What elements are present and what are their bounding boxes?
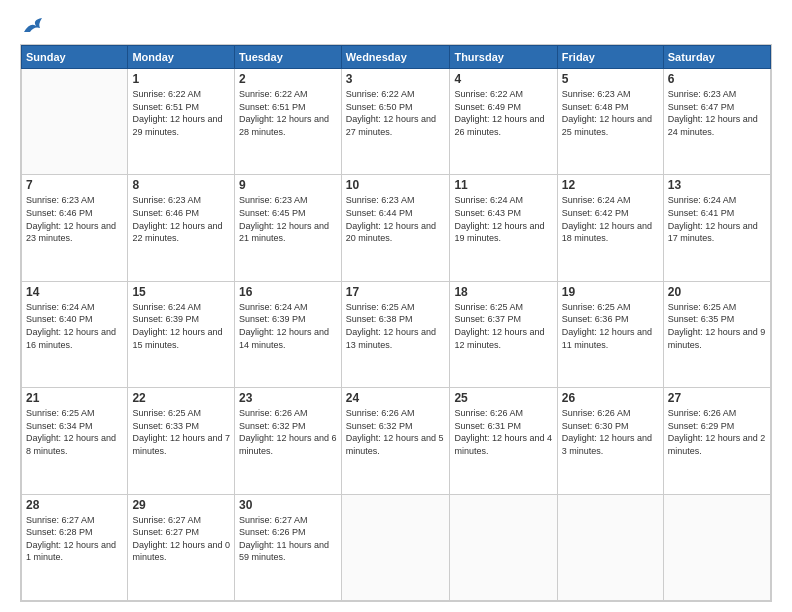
calendar-cell: 22Sunrise: 6:25 AMSunset: 6:33 PMDayligh…: [128, 388, 235, 494]
cell-info: Sunrise: 6:25 AMSunset: 6:37 PMDaylight:…: [454, 301, 552, 351]
calendar-cell: 20Sunrise: 6:25 AMSunset: 6:35 PMDayligh…: [663, 281, 770, 387]
day-number: 27: [668, 391, 766, 405]
calendar-cell: [557, 494, 663, 600]
calendar-cell: [663, 494, 770, 600]
col-header-friday: Friday: [557, 46, 663, 69]
cell-info: Sunrise: 6:27 AMSunset: 6:27 PMDaylight:…: [132, 514, 230, 564]
cell-info: Sunrise: 6:26 AMSunset: 6:29 PMDaylight:…: [668, 407, 766, 457]
calendar-cell: 26Sunrise: 6:26 AMSunset: 6:30 PMDayligh…: [557, 388, 663, 494]
calendar-cell: [22, 69, 128, 175]
cell-info: Sunrise: 6:24 AMSunset: 6:43 PMDaylight:…: [454, 194, 552, 244]
calendar-cell: 23Sunrise: 6:26 AMSunset: 6:32 PMDayligh…: [235, 388, 342, 494]
logo-bird-icon: [22, 18, 44, 36]
calendar-cell: 12Sunrise: 6:24 AMSunset: 6:42 PMDayligh…: [557, 175, 663, 281]
col-header-thursday: Thursday: [450, 46, 557, 69]
day-number: 23: [239, 391, 337, 405]
cell-info: Sunrise: 6:25 AMSunset: 6:34 PMDaylight:…: [26, 407, 123, 457]
day-number: 9: [239, 178, 337, 192]
calendar-cell: [450, 494, 557, 600]
cell-info: Sunrise: 6:27 AMSunset: 6:28 PMDaylight:…: [26, 514, 123, 564]
day-number: 14: [26, 285, 123, 299]
day-number: 10: [346, 178, 446, 192]
calendar-cell: 3Sunrise: 6:22 AMSunset: 6:50 PMDaylight…: [341, 69, 450, 175]
col-header-saturday: Saturday: [663, 46, 770, 69]
calendar-cell: 27Sunrise: 6:26 AMSunset: 6:29 PMDayligh…: [663, 388, 770, 494]
day-number: 1: [132, 72, 230, 86]
cell-info: Sunrise: 6:26 AMSunset: 6:32 PMDaylight:…: [239, 407, 337, 457]
day-number: 3: [346, 72, 446, 86]
cell-info: Sunrise: 6:22 AMSunset: 6:49 PMDaylight:…: [454, 88, 552, 138]
cell-info: Sunrise: 6:22 AMSunset: 6:51 PMDaylight:…: [132, 88, 230, 138]
calendar: SundayMondayTuesdayWednesdayThursdayFrid…: [20, 44, 772, 602]
day-number: 22: [132, 391, 230, 405]
calendar-cell: 11Sunrise: 6:24 AMSunset: 6:43 PMDayligh…: [450, 175, 557, 281]
day-number: 2: [239, 72, 337, 86]
day-number: 28: [26, 498, 123, 512]
day-number: 20: [668, 285, 766, 299]
col-header-tuesday: Tuesday: [235, 46, 342, 69]
cell-info: Sunrise: 6:23 AMSunset: 6:46 PMDaylight:…: [132, 194, 230, 244]
calendar-cell: 19Sunrise: 6:25 AMSunset: 6:36 PMDayligh…: [557, 281, 663, 387]
logo: [20, 18, 44, 36]
day-number: 7: [26, 178, 123, 192]
header: [20, 18, 772, 36]
day-number: 30: [239, 498, 337, 512]
col-header-sunday: Sunday: [22, 46, 128, 69]
calendar-cell: 25Sunrise: 6:26 AMSunset: 6:31 PMDayligh…: [450, 388, 557, 494]
calendar-cell: 29Sunrise: 6:27 AMSunset: 6:27 PMDayligh…: [128, 494, 235, 600]
calendar-cell: 14Sunrise: 6:24 AMSunset: 6:40 PMDayligh…: [22, 281, 128, 387]
cell-info: Sunrise: 6:22 AMSunset: 6:51 PMDaylight:…: [239, 88, 337, 138]
calendar-cell: 13Sunrise: 6:24 AMSunset: 6:41 PMDayligh…: [663, 175, 770, 281]
calendar-cell: [341, 494, 450, 600]
cell-info: Sunrise: 6:24 AMSunset: 6:40 PMDaylight:…: [26, 301, 123, 351]
cell-info: Sunrise: 6:23 AMSunset: 6:48 PMDaylight:…: [562, 88, 659, 138]
day-number: 17: [346, 285, 446, 299]
day-number: 11: [454, 178, 552, 192]
cell-info: Sunrise: 6:24 AMSunset: 6:39 PMDaylight:…: [132, 301, 230, 351]
calendar-cell: 2Sunrise: 6:22 AMSunset: 6:51 PMDaylight…: [235, 69, 342, 175]
cell-info: Sunrise: 6:23 AMSunset: 6:44 PMDaylight:…: [346, 194, 446, 244]
cell-info: Sunrise: 6:27 AMSunset: 6:26 PMDaylight:…: [239, 514, 337, 564]
cell-info: Sunrise: 6:23 AMSunset: 6:46 PMDaylight:…: [26, 194, 123, 244]
cell-info: Sunrise: 6:24 AMSunset: 6:39 PMDaylight:…: [239, 301, 337, 351]
cell-info: Sunrise: 6:23 AMSunset: 6:45 PMDaylight:…: [239, 194, 337, 244]
cell-info: Sunrise: 6:25 AMSunset: 6:36 PMDaylight:…: [562, 301, 659, 351]
calendar-cell: 9Sunrise: 6:23 AMSunset: 6:45 PMDaylight…: [235, 175, 342, 281]
cell-info: Sunrise: 6:26 AMSunset: 6:32 PMDaylight:…: [346, 407, 446, 457]
cell-info: Sunrise: 6:25 AMSunset: 6:33 PMDaylight:…: [132, 407, 230, 457]
calendar-cell: 7Sunrise: 6:23 AMSunset: 6:46 PMDaylight…: [22, 175, 128, 281]
col-header-wednesday: Wednesday: [341, 46, 450, 69]
calendar-cell: 15Sunrise: 6:24 AMSunset: 6:39 PMDayligh…: [128, 281, 235, 387]
calendar-cell: 6Sunrise: 6:23 AMSunset: 6:47 PMDaylight…: [663, 69, 770, 175]
cell-info: Sunrise: 6:25 AMSunset: 6:35 PMDaylight:…: [668, 301, 766, 351]
day-number: 18: [454, 285, 552, 299]
day-number: 13: [668, 178, 766, 192]
day-number: 26: [562, 391, 659, 405]
cell-info: Sunrise: 6:23 AMSunset: 6:47 PMDaylight:…: [668, 88, 766, 138]
calendar-cell: 1Sunrise: 6:22 AMSunset: 6:51 PMDaylight…: [128, 69, 235, 175]
day-number: 25: [454, 391, 552, 405]
day-number: 8: [132, 178, 230, 192]
calendar-cell: 18Sunrise: 6:25 AMSunset: 6:37 PMDayligh…: [450, 281, 557, 387]
cell-info: Sunrise: 6:24 AMSunset: 6:42 PMDaylight:…: [562, 194, 659, 244]
calendar-cell: 24Sunrise: 6:26 AMSunset: 6:32 PMDayligh…: [341, 388, 450, 494]
day-number: 15: [132, 285, 230, 299]
day-number: 21: [26, 391, 123, 405]
calendar-cell: 28Sunrise: 6:27 AMSunset: 6:28 PMDayligh…: [22, 494, 128, 600]
day-number: 5: [562, 72, 659, 86]
page: SundayMondayTuesdayWednesdayThursdayFrid…: [0, 0, 792, 612]
day-number: 16: [239, 285, 337, 299]
calendar-cell: 10Sunrise: 6:23 AMSunset: 6:44 PMDayligh…: [341, 175, 450, 281]
col-header-monday: Monday: [128, 46, 235, 69]
day-number: 19: [562, 285, 659, 299]
calendar-cell: 8Sunrise: 6:23 AMSunset: 6:46 PMDaylight…: [128, 175, 235, 281]
calendar-cell: 16Sunrise: 6:24 AMSunset: 6:39 PMDayligh…: [235, 281, 342, 387]
cell-info: Sunrise: 6:22 AMSunset: 6:50 PMDaylight:…: [346, 88, 446, 138]
calendar-cell: 30Sunrise: 6:27 AMSunset: 6:26 PMDayligh…: [235, 494, 342, 600]
day-number: 24: [346, 391, 446, 405]
cell-info: Sunrise: 6:26 AMSunset: 6:31 PMDaylight:…: [454, 407, 552, 457]
day-number: 4: [454, 72, 552, 86]
calendar-cell: 21Sunrise: 6:25 AMSunset: 6:34 PMDayligh…: [22, 388, 128, 494]
day-number: 12: [562, 178, 659, 192]
cell-info: Sunrise: 6:26 AMSunset: 6:30 PMDaylight:…: [562, 407, 659, 457]
